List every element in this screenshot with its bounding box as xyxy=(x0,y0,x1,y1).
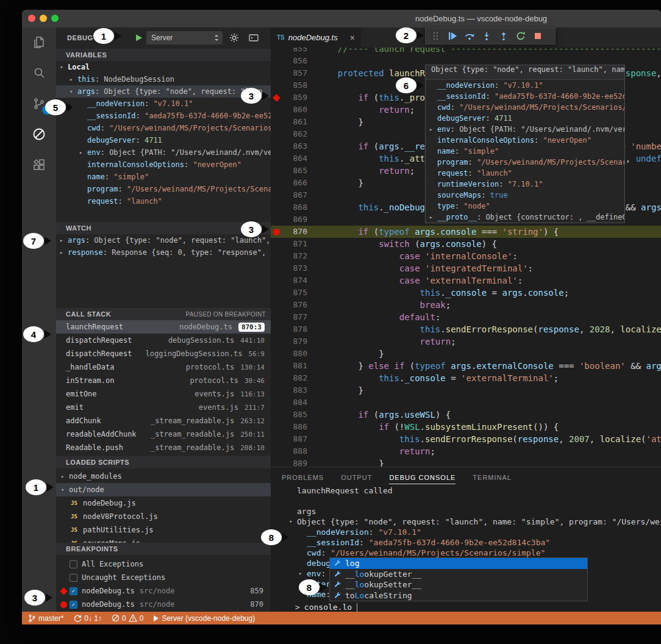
breakpoint-checkbox[interactable] xyxy=(70,560,77,568)
close-window-button[interactable] xyxy=(28,15,35,22)
zoom-window-button[interactable] xyxy=(51,15,59,22)
variable-row[interactable]: ▾args: Object {type: "node", request: "l… xyxy=(56,85,271,98)
step-out-button[interactable] xyxy=(498,30,509,41)
variable-row[interactable]: cwd: "/Users/weinand/MS/Projects/Scenari… xyxy=(56,122,271,134)
panel-tab-problems[interactable]: PROBLEMS xyxy=(282,474,324,484)
loaded-script-row[interactable]: JSpathUtilities.js xyxy=(56,523,271,537)
variable-row[interactable]: internalConsoleOptions: "neverOpen" xyxy=(56,159,271,171)
sync-status[interactable]: 0↓ 1↑ xyxy=(73,614,102,623)
start-debugging-button[interactable] xyxy=(134,34,143,42)
step-into-button[interactable] xyxy=(481,30,492,41)
configure-gear-button[interactable] xyxy=(229,33,239,43)
debug-button[interactable] xyxy=(22,119,56,149)
suggestion-item[interactable]: __lookupGetter__ xyxy=(330,569,587,580)
breakpoints-section-header[interactable]: BREAKPOINTS xyxy=(56,543,271,555)
breakpoint-circle-icon[interactable] xyxy=(273,229,280,235)
variable-row[interactable]: ▸env: Object {PATH: "/Users/weinand/.nvm… xyxy=(426,124,624,135)
panel-tab-debug-console[interactable]: DEBUG CONSOLE xyxy=(389,474,456,484)
minimize-window-button[interactable] xyxy=(40,15,47,22)
console-input[interactable]: >console.lo xyxy=(295,603,357,612)
twisty-icon[interactable]: ▸ xyxy=(429,212,437,223)
variable-row[interactable]: ▸args: Object {type: "node", request: "l… xyxy=(56,234,271,246)
loaded-script-row[interactable]: ▸node_modules xyxy=(56,470,271,483)
variable-row[interactable]: name: "simple" xyxy=(426,146,624,157)
variable-row[interactable]: debugServer: 4711 xyxy=(426,113,624,124)
stack-frame-row[interactable]: readableAddChunk_stream_readable.js250:1… xyxy=(56,428,271,441)
stack-frame-row[interactable]: inStream.onprotocol.ts30:46 xyxy=(56,374,271,387)
stack-frame-row[interactable]: emitevents.js211:7 xyxy=(56,401,271,414)
callstack-section-header[interactable]: CALL STACKPAUSED ON BREAKPOINT xyxy=(56,308,271,320)
variable-row[interactable]: __sessionId: "aeda75fb-637d-4660-9b2e-ee… xyxy=(285,537,661,548)
breakpoint-diamond-icon[interactable] xyxy=(273,94,280,102)
panel-tab-terminal[interactable]: TERMINAL xyxy=(473,474,512,484)
variables-section-header[interactable]: VARIABLES xyxy=(56,49,271,61)
loaded-script-row[interactable]: JSnodeDebug.js xyxy=(56,496,271,510)
variable-row[interactable]: request: "launch" xyxy=(426,168,624,179)
twisty-icon[interactable]: ▾ xyxy=(61,487,69,493)
watch-section-header[interactable]: WATCH xyxy=(56,222,271,234)
source-control-button[interactable]: 4 xyxy=(22,88,56,119)
variable-row[interactable]: program: "/Users/weinand/MS/Projects/Sce… xyxy=(56,183,271,195)
tab-nodedebug-ts[interactable]: TS nodeDebug.ts × xyxy=(271,27,361,48)
variable-row[interactable]: request: "launch" xyxy=(56,195,271,207)
continue-button[interactable] xyxy=(447,30,458,41)
extensions-button[interactable] xyxy=(22,149,56,180)
twisty-icon[interactable]: ▸ xyxy=(79,149,87,156)
variable-row[interactable]: ▸env: Object {PATH: "/Users/weinand/.nvm… xyxy=(56,146,271,159)
breakpoint-row[interactable]: ✓nodeDebug.tssrc/node859 xyxy=(56,584,271,598)
twisty-icon[interactable]: ▸ xyxy=(70,76,77,82)
twisty-icon[interactable]: ▾ xyxy=(60,64,68,70)
variable-row[interactable]: name: "simple" xyxy=(56,171,271,183)
restart-button[interactable] xyxy=(515,30,526,41)
stack-frame-row[interactable]: Readable.push_stream_readable.js208:10 xyxy=(56,441,271,454)
variable-row[interactable]: internalConsoleOptions: "neverOpen" xyxy=(426,135,624,146)
variable-row[interactable]: __nodeVersion: "v7.10.1" xyxy=(426,80,624,91)
twisty-icon[interactable]: ▸ xyxy=(429,124,437,135)
open-debug-console-button[interactable] xyxy=(249,33,259,43)
breakpoint-checkbox[interactable] xyxy=(70,574,77,582)
variable-row[interactable]: debugServer: 4711 xyxy=(56,134,271,146)
git-branch-status[interactable]: master* xyxy=(28,614,63,623)
breakpoint-checkbox[interactable]: ✓ xyxy=(70,601,77,609)
loaded-script-row[interactable]: ▾out/node xyxy=(56,483,271,496)
variable-row[interactable]: sourceMaps: true xyxy=(426,190,624,201)
search-button[interactable] xyxy=(22,58,56,88)
variable-row[interactable]: type: "node" xyxy=(426,201,624,212)
variable-row[interactable]: program: "/Users/weinand/MS/Projects/Sce… xyxy=(426,157,624,168)
variable-row[interactable]: ▾Local xyxy=(56,61,271,73)
stack-frame-row[interactable]: dispatchRequestdebugSession.ts441:10 xyxy=(56,334,271,347)
breakpoint-checkbox[interactable]: ✓ xyxy=(70,587,77,595)
toolbar-drag-handle[interactable] xyxy=(430,30,441,41)
stack-frame-row[interactable]: emitOneevents.js116:13 xyxy=(56,387,271,401)
suggestion-item[interactable]: __lookupSetter__ xyxy=(330,579,587,590)
debug-configuration-select[interactable]: Server xyxy=(146,31,223,45)
variable-row[interactable]: __nodeVersion: "v7.10.1" xyxy=(56,98,271,110)
stack-frame-row[interactable]: addChunk_stream_readable.js263:12 xyxy=(56,414,271,428)
breakpoint-row[interactable]: ✓nodeDebug.tssrc/node870 xyxy=(56,598,271,611)
stop-button[interactable] xyxy=(532,30,543,41)
stack-frame-row[interactable]: dispatchRequestloggingDebugSession.ts56:… xyxy=(56,347,271,360)
panel-tab-output[interactable]: OUTPUT xyxy=(341,474,372,484)
variable-row[interactable]: cwd: "/Users/weinand/MS/Projects/Scenari… xyxy=(285,548,661,558)
stack-frame-row[interactable]: launchRequestnodeDebug.ts870:3 xyxy=(56,320,271,334)
breakpoint-row[interactable]: All Exceptions xyxy=(56,557,271,571)
step-over-button[interactable] xyxy=(464,30,475,41)
variable-row[interactable]: runtimeVersion: "7.10.1" xyxy=(426,179,624,190)
breakpoint-row[interactable]: Uncaught Exceptions xyxy=(56,571,271,584)
variable-row[interactable]: ▸response: Response {seq: 0, type: "resp… xyxy=(56,246,271,259)
twisty-icon[interactable]: ▸ xyxy=(60,237,68,243)
twisty-icon[interactable]: ▸ xyxy=(299,568,307,579)
variable-row[interactable]: ▸this: NodeDebugSession xyxy=(56,73,271,85)
twisty-icon[interactable]: ▸ xyxy=(60,249,68,256)
loaded-scripts-section-header[interactable]: LOADED SCRIPTS xyxy=(56,456,271,468)
suggestion-item[interactable]: log xyxy=(330,558,587,569)
loaded-script-row[interactable]: JSnodeV8Protocol.js xyxy=(56,510,271,523)
debug-target-status[interactable]: Server (vscode-node-debug) xyxy=(153,614,255,623)
twisty-icon[interactable]: ▸ xyxy=(61,473,69,479)
variable-row[interactable]: ▸__proto__: Object {constructor: , __def… xyxy=(426,212,624,223)
twisty-icon[interactable]: ▾ xyxy=(70,88,77,95)
suggestion-item[interactable]: toLocaleString xyxy=(330,590,587,601)
variable-row[interactable]: cwd: "/Users/weinand/MS/Projects/Scenari… xyxy=(426,102,624,113)
problems-status[interactable]: 0 0 xyxy=(112,614,143,623)
twisty-icon[interactable]: ▾ xyxy=(289,517,297,527)
